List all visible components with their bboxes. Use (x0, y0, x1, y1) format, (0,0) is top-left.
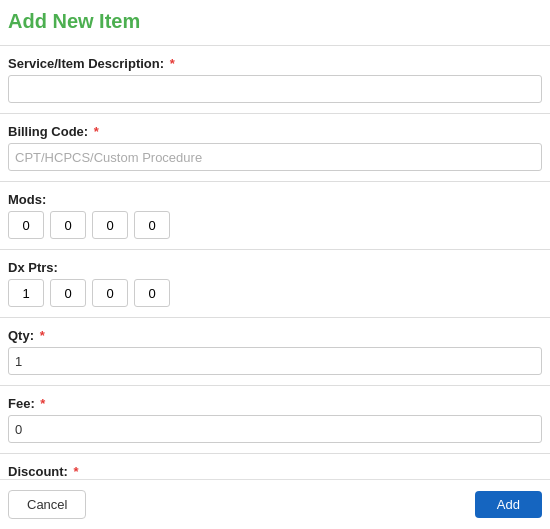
divider-3 (0, 181, 550, 182)
mod-input-2[interactable] (50, 211, 86, 239)
qty-input[interactable] (8, 347, 542, 375)
qty-group: Qty: * (8, 328, 542, 375)
service-description-label: Service/Item Description: * (8, 56, 542, 71)
mod-input-1[interactable] (8, 211, 44, 239)
required-star-billing: * (94, 124, 99, 139)
billing-code-label: Billing Code: * (8, 124, 542, 139)
page-title: Add New Item (8, 10, 542, 33)
mod-input-3[interactable] (92, 211, 128, 239)
required-star-qty: * (40, 328, 45, 343)
divider-5 (0, 317, 550, 318)
dx-ptrs-inputs-row (8, 279, 542, 307)
discount-label: Discount: * (8, 464, 542, 479)
service-description-group: Service/Item Description: * (8, 56, 542, 103)
divider-1 (0, 45, 550, 46)
divider-2 (0, 113, 550, 114)
cancel-button[interactable]: Cancel (8, 490, 86, 519)
modal-footer: Cancel Add (0, 479, 550, 529)
qty-label: Qty: * (8, 328, 542, 343)
add-button[interactable]: Add (475, 491, 542, 518)
divider-7 (0, 453, 550, 454)
dx-ptr-input-2[interactable] (50, 279, 86, 307)
dx-ptr-input-1[interactable] (8, 279, 44, 307)
required-star: * (170, 56, 175, 71)
dx-ptrs-label: Dx Ptrs: (8, 260, 542, 275)
fee-group: Fee: * (8, 396, 542, 443)
mods-inputs-row (8, 211, 542, 239)
billing-code-input[interactable] (8, 143, 542, 171)
mod-input-4[interactable] (134, 211, 170, 239)
add-new-item-modal: Add New Item Service/Item Description: *… (0, 0, 550, 529)
billing-code-group: Billing Code: * (8, 124, 542, 171)
mods-label: Mods: (8, 192, 542, 207)
fee-label: Fee: * (8, 396, 542, 411)
form-body: Add New Item Service/Item Description: *… (0, 0, 550, 479)
fee-input[interactable] (8, 415, 542, 443)
required-star-discount: * (74, 464, 79, 479)
service-description-input[interactable] (8, 75, 542, 103)
divider-6 (0, 385, 550, 386)
required-star-fee: * (40, 396, 45, 411)
mods-group: Mods: (8, 192, 542, 239)
dx-ptr-input-3[interactable] (92, 279, 128, 307)
divider-4 (0, 249, 550, 250)
dx-ptr-input-4[interactable] (134, 279, 170, 307)
discount-group: Discount: * (8, 464, 542, 479)
dx-ptrs-group: Dx Ptrs: (8, 260, 542, 307)
